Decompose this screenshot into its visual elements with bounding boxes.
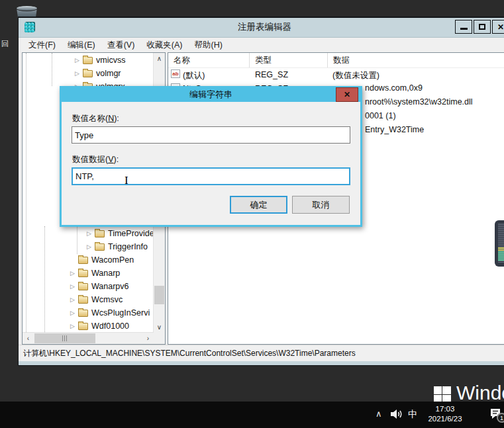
list-header: 名称 类型 数据	[168, 53, 504, 68]
clock-date: 2021/6/23	[422, 414, 468, 424]
tree-item-wcspluginservice[interactable]: ▷ WcsPlugInServi	[70, 306, 150, 320]
notification-badge[interactable]: 1	[497, 413, 504, 423]
tree-item-label: Wanarpv6	[91, 282, 129, 291]
title-bar[interactable]: 注册表编辑器 ✕	[19, 18, 504, 38]
cancel-button[interactable]: 取消	[292, 196, 350, 214]
minimize-button[interactable]	[455, 20, 472, 34]
close-button[interactable]: ✕	[492, 20, 504, 34]
menu-favorites[interactable]: 收藏夹(A)	[140, 38, 188, 53]
value-row-default[interactable]: ab (默认) REG_SZ (数值未设置)	[168, 68, 504, 82]
tree-item-label: TimeProvide	[108, 229, 154, 238]
folder-icon	[78, 283, 88, 290]
window-bottom-frame	[19, 361, 504, 366]
expand-arrow-icon[interactable]: ▷	[70, 310, 78, 316]
reg-sz-icon: ab	[171, 69, 180, 78]
close-icon: ✕	[344, 90, 350, 99]
value-name-input[interactable]	[72, 126, 350, 144]
status-bar: 计算机\HKEY_LOCAL_MACHINE\SYSTEM\CurrentCon…	[19, 345, 504, 361]
menu-edit[interactable]: 编辑(E)	[62, 38, 101, 53]
dialog-title-bar[interactable]: 编辑字符串 ✕	[61, 87, 361, 102]
value-data-fragment: ndows.com,0x9	[365, 83, 423, 93]
edit-string-dialog: 编辑字符串 ✕ 数值名称(N): 数值数据(V): 确定 取消	[60, 86, 362, 227]
folder-icon	[83, 70, 93, 77]
expand-arrow-icon[interactable]: ▷	[75, 57, 83, 64]
menu-bar: 文件(F) 编辑(E) 查看(V) 收藏夹(A) 帮助(H)	[19, 38, 504, 53]
folder-icon	[78, 323, 88, 330]
scroll-left-icon[interactable]: ‹	[23, 333, 34, 344]
minimize-icon	[460, 28, 468, 30]
expand-arrow-icon[interactable]: ▷	[87, 230, 95, 237]
expand-arrow-icon[interactable]: ▷	[70, 270, 78, 277]
volume-icon[interactable]	[391, 409, 404, 422]
status-indicator	[495, 220, 504, 267]
value-data-fragment: nroot%\system32\w32time.dll	[365, 97, 473, 107]
dialog-title: 编辑字符串	[189, 89, 232, 101]
column-header-data[interactable]: 数据	[328, 53, 504, 67]
tree-item-label: WcsPlugInServi	[91, 308, 150, 318]
recycle-bin-label[interactable]: 回	[1, 39, 9, 49]
value-data-fragment: 0001 (1)	[365, 111, 396, 120]
column-header-name[interactable]: 名称	[168, 53, 250, 67]
column-header-type[interactable]: 类型	[250, 53, 328, 67]
scrollbar-corner	[154, 333, 165, 344]
ime-indicator[interactable]: 中	[408, 409, 417, 421]
tree-item-wacompen[interactable]: WacomPen	[70, 253, 134, 267]
tree-guide-line	[44, 226, 45, 332]
taskbar-clock[interactable]: 17:03 2021/6/23	[422, 404, 468, 424]
expand-arrow-icon[interactable]: ▷	[87, 243, 95, 250]
tree-item-volmgr[interactable]: ▷ volmgr	[75, 67, 121, 80]
watermark-text: Window	[456, 382, 504, 404]
window-title: 注册表编辑器	[19, 21, 504, 33]
tree-item-label: vmicvss	[96, 56, 125, 65]
tree-item-vmicvss[interactable]: ▷ vmicvss	[75, 54, 125, 67]
menu-file[interactable]: 文件(F)	[23, 38, 62, 53]
value-name: (默认)	[183, 70, 205, 81]
value-data: (数值未设置)	[332, 70, 379, 81]
tree-item-label: TriggerInfo	[108, 242, 148, 251]
value-name-label: 数值名称(N):	[72, 113, 119, 124]
hidden-icons-chevron-icon[interactable]: ∧	[376, 409, 382, 419]
tree-item-label: WacomPen	[91, 255, 134, 265]
expand-arrow-icon[interactable]: ▷	[75, 70, 83, 77]
tree-guide-line	[26, 53, 26, 332]
scroll-down-icon[interactable]: ∨	[154, 321, 165, 333]
recycle-bin-rim	[16, 5, 38, 11]
clock-time: 17:03	[422, 404, 468, 414]
menu-view[interactable]: 查看(V)	[101, 38, 141, 53]
tree-item-wcmsvc[interactable]: ▷ Wcmsvc	[70, 293, 123, 306]
value-data-fragment: Entry_W32Time	[365, 125, 424, 134]
scrollbar-thumb[interactable]	[154, 286, 164, 304]
folder-icon	[95, 230, 105, 237]
text-cursor-icon: I	[125, 174, 128, 187]
expand-arrow-icon[interactable]: ▷	[70, 323, 78, 329]
expand-arrow-icon[interactable]: ▷	[70, 283, 78, 290]
thumb-grip	[62, 335, 68, 341]
maximize-icon	[479, 24, 485, 30]
folder-icon	[78, 257, 88, 264]
folder-icon	[95, 243, 105, 251]
tree-item-triggerinfo[interactable]: ▷ TriggerInfo	[87, 240, 148, 253]
maximize-button[interactable]	[474, 20, 491, 34]
taskbar: ∧ 中 17:03 2021/6/23	[0, 402, 504, 428]
tree-item-label: volmgr	[96, 69, 121, 78]
folder-icon	[78, 270, 88, 277]
scrollbar-thumb[interactable]	[34, 333, 95, 343]
value-data-label: 数值数据(V):	[72, 154, 119, 165]
tree-item-timeproviders[interactable]: ▷ TimeProvide	[87, 227, 154, 240]
folder-icon	[83, 57, 93, 64]
menu-help[interactable]: 帮助(H)	[188, 38, 228, 53]
tree-horizontal-scrollbar[interactable]: ‹ ›	[23, 332, 154, 344]
folder-icon	[78, 296, 88, 304]
value-data-input[interactable]	[72, 167, 350, 185]
tree-item-wdf01000[interactable]: ▷ Wdf01000	[70, 320, 129, 333]
dialog-close-button[interactable]: ✕	[336, 87, 358, 102]
tree-item-wanarp[interactable]: ▷ Wanarp	[70, 267, 120, 280]
tree-item-label: Wanarp	[91, 269, 120, 278]
expand-arrow-icon[interactable]: ▷	[70, 296, 78, 303]
tree-guide-line	[52, 53, 52, 86]
tree-item-wanarpv6[interactable]: ▷ Wanarpv6	[70, 280, 129, 293]
scroll-right-icon[interactable]: ›	[142, 333, 154, 344]
scroll-up-icon[interactable]: ∧	[154, 53, 165, 64]
ok-button[interactable]: 确定	[230, 196, 287, 214]
tree-item-label: Wdf01000	[91, 321, 129, 331]
